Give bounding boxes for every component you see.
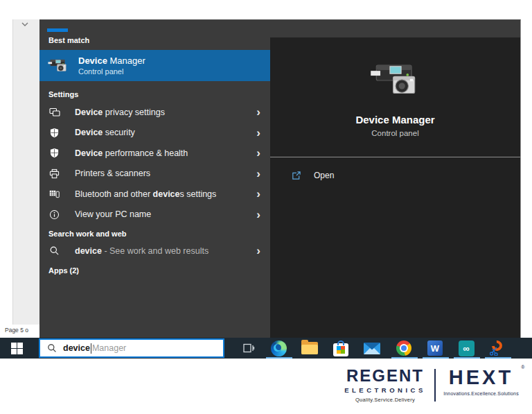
regent-tagline: Quality.Service.Delivery bbox=[341, 397, 429, 403]
hext-logo: HEXT ® Innovations.Excellence.Solutions bbox=[441, 368, 522, 396]
preview-title: Device Manager bbox=[270, 114, 520, 126]
settings-header: Settings bbox=[39, 90, 270, 98]
open-action[interactable]: Open bbox=[270, 165, 520, 186]
running-indicator-word bbox=[423, 357, 449, 359]
running-indicator-edge bbox=[266, 357, 292, 359]
task-view-button[interactable] bbox=[240, 340, 257, 356]
taskbar-edge-button[interactable] bbox=[269, 339, 287, 357]
device-manager-icon bbox=[48, 57, 69, 75]
best-match-subtitle: Control panel bbox=[78, 67, 145, 76]
regent-logo: REGENT ELECTRONICS Quality.Service.Deliv… bbox=[341, 368, 429, 403]
word-page-status: Page 5 o bbox=[5, 327, 28, 334]
arduino-icon: ∞ bbox=[459, 340, 475, 356]
preview-subtitle: Control panel bbox=[270, 129, 520, 137]
info-icon bbox=[48, 209, 60, 221]
chevron-right-icon: › bbox=[256, 127, 260, 139]
chevron-right-icon: › bbox=[256, 168, 260, 180]
result-device-performance-health[interactable]: Device performance & health › bbox=[39, 143, 270, 164]
preview-divider bbox=[270, 157, 520, 157]
chevron-right-icon: › bbox=[256, 106, 260, 118]
hext-wordmark: HEXT bbox=[441, 368, 522, 388]
registered-mark: ® bbox=[521, 365, 524, 370]
scissors-app-icon bbox=[489, 340, 506, 356]
best-match-text: Device Manager Control panel bbox=[78, 55, 145, 76]
taskbar-file-explorer-button[interactable] bbox=[301, 339, 319, 357]
result-device-security[interactable]: Device security › bbox=[39, 123, 270, 144]
taskbar-chrome-button[interactable] bbox=[395, 339, 413, 357]
taskbar-word-button[interactable]: W bbox=[426, 339, 444, 357]
running-indicator-snip bbox=[485, 357, 511, 359]
file-explorer-icon bbox=[301, 342, 318, 354]
taskbar-microsoft-store-button[interactable] bbox=[332, 339, 350, 357]
chevron-right-icon: › bbox=[256, 147, 260, 159]
device-manager-icon-large bbox=[370, 60, 421, 101]
edge-icon bbox=[271, 340, 287, 356]
text-caret bbox=[91, 343, 91, 354]
microsoft-store-icon bbox=[333, 343, 348, 356]
result-web-search-device[interactable]: device - See work and web results › bbox=[39, 241, 270, 261]
background-document-edge bbox=[12, 19, 39, 325]
search-suggestion-text: Manager bbox=[92, 343, 126, 353]
mail-icon bbox=[364, 343, 380, 354]
search-icon bbox=[47, 343, 57, 353]
brand-footer: REGENT ELECTRONICS Quality.Service.Deliv… bbox=[341, 368, 526, 403]
result-bluetooth-devices-settings[interactable]: Bluetooth and other devices settings › bbox=[39, 184, 270, 205]
start-button[interactable] bbox=[0, 338, 33, 359]
start-search-flyout: Best match Device Manager Control panel … bbox=[39, 19, 521, 338]
search-icon bbox=[48, 245, 60, 257]
best-match-result-device-manager[interactable]: Device Manager Control panel bbox=[39, 50, 270, 81]
result-view-pc-name[interactable]: View your PC name › bbox=[39, 205, 270, 225]
search-results-list: Best match Device Manager Control panel … bbox=[39, 20, 270, 338]
apps-header: Apps (2) bbox=[39, 266, 270, 275]
result-device-privacy-settings[interactable]: Device privacy settings › bbox=[39, 102, 270, 123]
chevron-right-icon: › bbox=[256, 188, 260, 200]
chevron-right-icon: › bbox=[256, 245, 260, 257]
printer-icon bbox=[48, 168, 60, 180]
shield-icon bbox=[48, 127, 60, 139]
open-icon bbox=[291, 171, 301, 181]
search-typed-text: device bbox=[63, 343, 90, 353]
chrome-icon bbox=[396, 340, 411, 356]
open-label: Open bbox=[314, 171, 334, 180]
running-indicator-arduino bbox=[454, 357, 480, 359]
privacy-devices-icon bbox=[48, 106, 60, 118]
result-printers-scanners[interactable]: Printers & scanners › bbox=[39, 164, 270, 184]
regent-wordmark: REGENT bbox=[341, 368, 429, 384]
shield-icon bbox=[48, 147, 60, 159]
word-icon: W bbox=[427, 340, 443, 356]
task-view-icon bbox=[242, 343, 256, 354]
collapse-chevron-icon[interactable] bbox=[21, 21, 29, 28]
regent-electronics-label: ELECTRONICS bbox=[341, 386, 429, 394]
hext-tagline: Innovations.Excellence.Solutions bbox=[441, 391, 522, 396]
brand-divider bbox=[434, 369, 436, 402]
taskbar-mail-button[interactable] bbox=[363, 339, 381, 357]
best-match-header: Best match bbox=[39, 36, 270, 44]
taskbar: device Manager W ∞ bbox=[0, 338, 532, 359]
taskbar-arduino-button[interactable]: ∞ bbox=[457, 339, 475, 357]
chevron-right-icon: › bbox=[256, 209, 260, 221]
result-preview-pane: Device Manager Control panel Open bbox=[270, 37, 520, 338]
windows-logo-icon bbox=[11, 343, 23, 354]
running-indicator-chrome bbox=[391, 357, 418, 359]
taskbar-search-input[interactable]: device Manager bbox=[39, 338, 224, 358]
bluetooth-devices-icon bbox=[48, 188, 60, 200]
taskbar-snip-app-button[interactable] bbox=[488, 339, 506, 357]
search-work-web-header: Search work and web bbox=[39, 230, 270, 238]
